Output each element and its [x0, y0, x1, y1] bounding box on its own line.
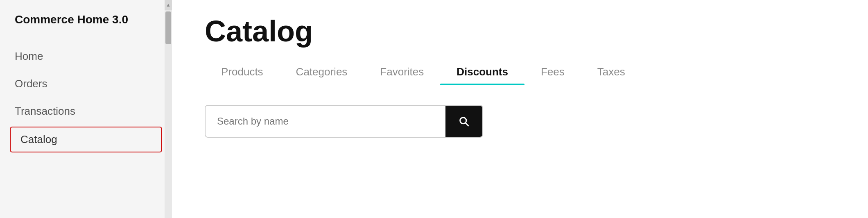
main-content: Catalog Products Categories Favorites Di… [172, 0, 868, 218]
tabs-container: Products Categories Favorites Discounts … [205, 59, 843, 85]
svg-line-1 [466, 123, 469, 126]
tab-products[interactable]: Products [205, 59, 280, 85]
sidebar-item-catalog[interactable]: Catalog [10, 127, 162, 152]
search-input[interactable] [206, 106, 445, 137]
sidebar-title: Commerce Home 3.0 [0, 13, 172, 43]
sidebar-item-label: Catalog [20, 133, 57, 146]
svg-point-0 [460, 118, 466, 124]
sidebar-item-home[interactable]: Home [0, 43, 172, 70]
tab-taxes[interactable]: Taxes [581, 59, 642, 85]
tab-fees[interactable]: Fees [524, 59, 581, 85]
sidebar-item-orders[interactable]: Orders [0, 70, 172, 98]
sidebar-item-label: Home [15, 50, 43, 63]
sidebar-item-label: Orders [15, 77, 47, 90]
tab-categories[interactable]: Categories [280, 59, 364, 85]
sidebar-item-label: Transactions [15, 105, 75, 118]
sidebar: Commerce Home 3.0 Home Orders Transactio… [0, 0, 172, 218]
search-icon [458, 116, 470, 127]
search-button[interactable] [445, 106, 482, 137]
tab-discounts[interactable]: Discounts [440, 59, 524, 85]
sidebar-item-transactions[interactable]: Transactions [0, 98, 172, 125]
scrollbar-thumb[interactable] [165, 11, 171, 44]
scrollbar-up-arrow[interactable]: ▲ [165, 0, 172, 10]
page-title: Catalog [205, 16, 843, 46]
tab-favorites[interactable]: Favorites [364, 59, 440, 85]
sidebar-scrollbar: ▲ [165, 0, 172, 218]
search-container [205, 105, 483, 138]
sidebar-nav: Home Orders Transactions Catalog [0, 43, 172, 218]
